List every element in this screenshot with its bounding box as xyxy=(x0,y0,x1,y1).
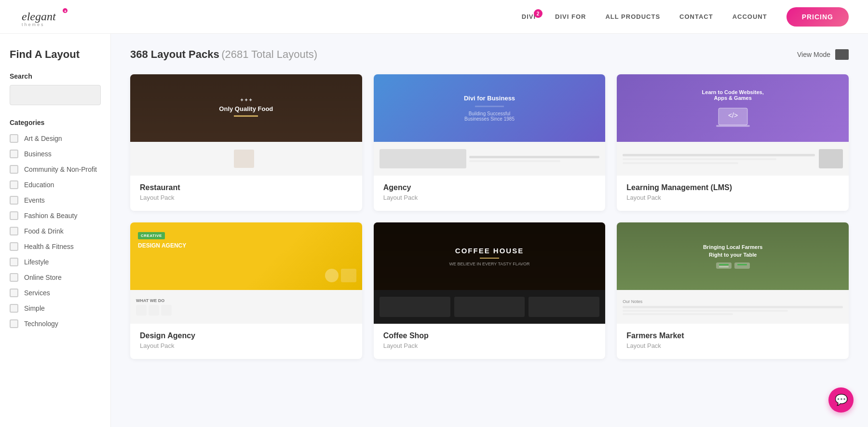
nav-all-products-label: ALL PRODUCTS xyxy=(605,13,660,20)
category-label-services: Services xyxy=(24,289,50,297)
card-farmers-market[interactable]: Bringing Local FarmersRight to your Tabl… xyxy=(617,222,849,359)
category-checkbox-fashion[interactable] xyxy=(10,211,18,220)
card-coffee-shop[interactable]: COFFEE HOUSE WE BELIEVE IN EVERY TASTY F… xyxy=(374,222,606,359)
header: elegant themes ✦ DIVI 2 DIVI FOR ALL PRO… xyxy=(0,0,868,34)
card-design-agency-subtitle: Layout Pack xyxy=(140,342,353,349)
categories-label: Categories xyxy=(10,119,101,126)
view-mode[interactable]: View Mode xyxy=(797,49,849,60)
card-coffee-shop-image: COFFEE HOUSE WE BELIEVE IN EVERY TASTY F… xyxy=(374,222,606,324)
content-header: 368 Layout Packs (2681 Total Layouts) Vi… xyxy=(130,48,849,61)
card-design-agency-info: Design Agency Layout Pack xyxy=(130,324,362,359)
sidebar: Find A Layout Search Categories Art & De… xyxy=(0,34,111,427)
card-restaurant[interactable]: ✦✦✦ Only Quality Food xyxy=(130,74,362,211)
category-label-education: Education xyxy=(24,181,54,189)
divi-badge: 2 xyxy=(534,9,542,18)
category-checkbox-simple[interactable] xyxy=(10,304,18,313)
card-agency-subtitle: Layout Pack xyxy=(383,194,596,201)
card-farmers-market-title: Farmers Market xyxy=(626,331,839,340)
category-art-design[interactable]: Art & Design xyxy=(10,134,101,143)
category-label-events: Events xyxy=(24,196,45,204)
category-checkbox-education[interactable] xyxy=(10,180,18,189)
category-label-simple: Simple xyxy=(24,304,45,312)
card-restaurant-info: Restaurant Layout Pack xyxy=(130,176,362,211)
category-label-fashion: Fashion & Beauty xyxy=(24,212,78,220)
svg-text:themes: themes xyxy=(22,22,45,27)
card-lms-info: Learning Management (LMS) Layout Pack xyxy=(617,176,849,211)
category-fashion-beauty[interactable]: Fashion & Beauty xyxy=(10,211,101,220)
category-checkbox-services[interactable] xyxy=(10,289,18,297)
svg-text:</>: </> xyxy=(728,111,738,119)
category-label-food: Food & Drink xyxy=(24,227,64,235)
category-checkbox-events[interactable] xyxy=(10,196,18,205)
card-farmers-market-info: Farmers Market Layout Pack xyxy=(617,324,849,359)
card-coffee-shop-info: Coffee Shop Layout Pack xyxy=(374,324,606,359)
card-restaurant-title: Restaurant xyxy=(140,183,353,192)
svg-text:elegant: elegant xyxy=(22,10,56,23)
category-business[interactable]: Business xyxy=(10,150,101,158)
category-events[interactable]: Events xyxy=(10,196,101,205)
card-restaurant-subtitle: Layout Pack xyxy=(140,194,353,201)
card-agency[interactable]: Divi for Business Building Successful Bu… xyxy=(374,74,606,211)
card-agency-info: Agency Layout Pack xyxy=(374,176,606,211)
category-label-online-store: Online Store xyxy=(24,274,62,281)
category-lifestyle[interactable]: Lifestyle xyxy=(10,258,101,266)
category-checkbox-online-store[interactable] xyxy=(10,273,18,282)
layout-count-container: 368 Layout Packs (2681 Total Layouts) xyxy=(130,48,317,61)
category-checkbox-health[interactable] xyxy=(10,242,18,251)
category-health-fitness[interactable]: Health & Fitness xyxy=(10,242,101,251)
card-design-agency[interactable]: CREATIVE DESIGN AGENCY WHAT WE DO xyxy=(130,222,362,359)
card-agency-image: Divi for Business Building Successful Bu… xyxy=(374,74,606,176)
view-mode-grid-icon[interactable] xyxy=(835,49,849,60)
nav-divi-for-label: DIVI FOR xyxy=(555,13,586,20)
content-area: 368 Layout Packs (2681 Total Layouts) Vi… xyxy=(111,34,868,427)
sidebar-title: Find A Layout xyxy=(10,48,101,61)
nav-all-products[interactable]: ALL PRODUCTS xyxy=(605,13,660,20)
category-label-technology: Technology xyxy=(24,320,58,328)
category-checkbox-art-design[interactable] xyxy=(10,134,18,143)
svg-text:✦: ✦ xyxy=(64,9,67,14)
category-checkbox-business[interactable] xyxy=(10,150,18,158)
chat-button[interactable]: 💬 xyxy=(828,387,854,413)
category-food-drink[interactable]: Food & Drink xyxy=(10,227,101,235)
category-simple[interactable]: Simple xyxy=(10,304,101,313)
category-checkbox-technology[interactable] xyxy=(10,319,18,328)
category-education[interactable]: Education xyxy=(10,180,101,189)
category-checkbox-lifestyle[interactable] xyxy=(10,258,18,266)
header-nav: DIVI 2 DIVI FOR ALL PRODUCTS CONTACT ACC… xyxy=(522,7,849,27)
card-design-agency-title: Design Agency xyxy=(140,331,353,340)
logo[interactable]: elegant themes ✦ xyxy=(19,6,77,28)
nav-divi[interactable]: DIVI 2 xyxy=(522,13,536,20)
categories-list: Art & Design Business Community & Non-Pr… xyxy=(10,134,101,328)
category-label-art-design: Art & Design xyxy=(24,135,62,142)
category-checkbox-food[interactable] xyxy=(10,227,18,235)
card-design-agency-image: CREATIVE DESIGN AGENCY WHAT WE DO xyxy=(130,222,362,324)
layout-count: 368 Layout Packs xyxy=(130,48,219,60)
category-label-lifestyle: Lifestyle xyxy=(24,258,49,266)
category-checkbox-community[interactable] xyxy=(10,165,18,174)
view-mode-label: View Mode xyxy=(797,51,830,58)
nav-contact[interactable]: CONTACT xyxy=(679,13,713,20)
category-label-business: Business xyxy=(24,150,52,158)
card-lms-title: Learning Management (LMS) xyxy=(626,183,839,192)
card-farmers-market-subtitle: Layout Pack xyxy=(626,342,839,349)
chat-icon: 💬 xyxy=(835,394,848,406)
layout-grid: ✦✦✦ Only Quality Food xyxy=(130,74,849,359)
card-coffee-shop-subtitle: Layout Pack xyxy=(383,342,596,349)
category-online-store[interactable]: Online Store xyxy=(10,273,101,282)
nav-contact-label: CONTACT xyxy=(679,13,713,20)
nav-account-label: ACCOUNT xyxy=(732,13,767,20)
category-community-non-profit[interactable]: Community & Non-Profit xyxy=(10,165,101,174)
search-input[interactable] xyxy=(10,85,101,105)
card-lms[interactable]: Learn to Code Websites,Apps & Games </> xyxy=(617,74,849,211)
nav-divi-for[interactable]: DIVI FOR xyxy=(555,13,586,20)
category-label-community: Community & Non-Profit xyxy=(24,165,97,173)
card-farmers-market-image: Bringing Local FarmersRight to your Tabl… xyxy=(617,222,849,324)
category-label-health: Health & Fitness xyxy=(24,243,74,250)
pricing-button[interactable]: PRICING xyxy=(787,7,849,27)
card-lms-image: Learn to Code Websites,Apps & Games </> xyxy=(617,74,849,176)
nav-account[interactable]: ACCOUNT xyxy=(732,13,767,20)
category-technology[interactable]: Technology xyxy=(10,319,101,328)
category-services[interactable]: Services xyxy=(10,289,101,297)
card-agency-title: Agency xyxy=(383,183,596,192)
search-label: Search xyxy=(10,72,101,80)
